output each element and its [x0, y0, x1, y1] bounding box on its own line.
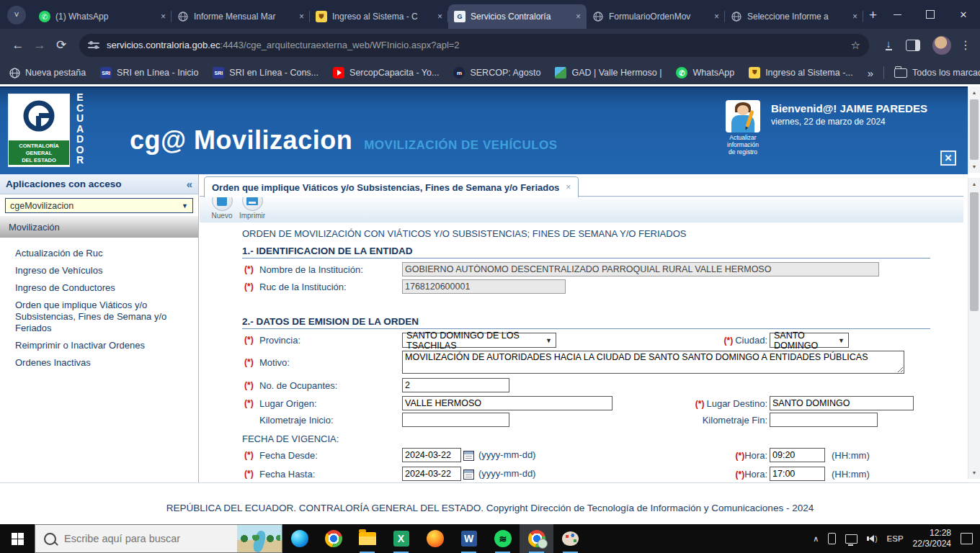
network-icon[interactable] [845, 534, 858, 544]
tab-close-icon[interactable]: × [437, 12, 442, 22]
all-bookmarks-button[interactable]: Todos los marcadores [894, 68, 980, 78]
volume-icon[interactable]: ) [867, 535, 877, 543]
close-window-button[interactable]: ✕ [947, 0, 980, 29]
row-fecha-desde: (*) Fecha Desde: (yyyy-mm-dd) (*)Hora: (… [200, 448, 953, 464]
sidebar-item-ordenes-inactivas[interactable]: Ordenes Inactivas [0, 354, 194, 372]
content-tab-close-icon[interactable]: × [566, 182, 571, 192]
tab-close-icon[interactable]: × [576, 12, 581, 22]
taskbar-file-explorer[interactable] [350, 524, 384, 553]
notification-center-icon[interactable] [961, 533, 973, 544]
scrollbar-thumb[interactable] [970, 192, 979, 311]
sidebar-item-reimprimir-inactivar[interactable]: Reimprimir o Inactivar Ordenes [0, 337, 194, 354]
taskbar-chrome[interactable] [316, 524, 350, 553]
bookmark-gad-valle-hermoso[interactable]: GAD | Valle Hermoso | [555, 67, 662, 78]
ecuador-vertical-text: EC UA DO R [72, 92, 88, 166]
bookmark-sri-consultas[interactable]: SRI SRI en Línea - Cons... [213, 67, 318, 78]
lugar-destino-field[interactable] [770, 396, 914, 410]
sidebar-item-orden-viaticos[interactable]: Orden que implique Viáticos y/o Subsiste… [0, 297, 194, 337]
taskbar-search[interactable] [35, 524, 282, 553]
bookmarks-overflow-button[interactable]: » [868, 67, 873, 79]
browser-tab-ingreso[interactable]: ⛊ Ingreso al Sistema - C × [310, 4, 448, 29]
bookmark-star-icon[interactable]: ☆ [851, 39, 860, 52]
scroll-down-icon[interactable]: ▼ [968, 467, 980, 479]
back-button[interactable]: ← [7, 35, 29, 56]
tab-close-icon[interactable]: × [161, 12, 166, 22]
sidebar-item-ingreso-vehiculos[interactable]: Ingreso de Vehículos [0, 262, 194, 279]
hora-hasta-field[interactable] [770, 467, 825, 481]
scrollbar-thumb[interactable] [970, 99, 979, 160]
browser-tab-formulario[interactable]: FormularioOrdenMov × [587, 4, 725, 29]
calendar-icon[interactable] [463, 451, 474, 461]
kilometraje-fin-field[interactable] [770, 413, 878, 427]
browser-tab-servicios-active[interactable]: G Servicios Contraloría × [448, 4, 587, 29]
tab-close-icon[interactable]: × [299, 12, 304, 22]
sidebar-item-actualizacion-ruc[interactable]: Actualización de Ruc [0, 245, 194, 262]
sidebar-group-movilizacion[interactable]: Movilización [0, 216, 198, 238]
motivo-textarea[interactable]: MOVILIZACIÓN DE AUTORIDADES HACIA LA CIU… [402, 351, 904, 374]
tray-expand-icon[interactable]: ∧ [813, 534, 819, 544]
scroll-down-icon[interactable]: ▼ [968, 161, 980, 173]
bookmark-sri-inicio[interactable]: SRI SRI en Línea - Inicio [100, 67, 198, 78]
address-bar[interactable]: servicios.contraloria.gob.ec :4443/cge_a… [79, 34, 869, 57]
taskbar-edge[interactable] [282, 524, 316, 553]
reload-button[interactable]: ⟳ [50, 35, 72, 56]
scroll-up-icon[interactable]: ▲ [968, 178, 980, 190]
search-daily-image[interactable] [237, 525, 282, 552]
browser-tab-informe[interactable]: Informe Mensual Mar × [172, 4, 310, 29]
hora-desde-field[interactable] [770, 448, 825, 462]
browser-menu-button[interactable]: ⋮ [958, 38, 973, 52]
fecha-desde-field[interactable] [402, 448, 461, 462]
collapse-sidebar-icon[interactable]: « [187, 178, 192, 190]
divider [883, 66, 884, 79]
bookmark-ingreso-sistema[interactable]: ⛊ Ingreso al Sistema -... [749, 67, 853, 78]
scroll-up-icon[interactable]: ▲ [968, 86, 980, 99]
calendar-icon[interactable] [463, 469, 474, 480]
profile-avatar[interactable] [932, 36, 951, 55]
side-panel-button[interactable] [901, 40, 925, 51]
taskbar-firefox[interactable] [418, 524, 452, 553]
browser-tab-whatsapp[interactable]: ✆ (1) WhatsApp × [33, 4, 172, 29]
site-info-icon[interactable] [88, 41, 99, 50]
language-indicator[interactable]: ESP [887, 534, 904, 543]
ciudad-select[interactable]: SANTO DOMINGO ▼ [770, 333, 849, 348]
browser-tab-seleccione[interactable]: Seleccione Informe a × [725, 4, 863, 29]
hora-hasta-label: (*)Hora: [603, 469, 767, 480]
bookmark-nueva-pestana[interactable]: Nueva pestaña [9, 67, 86, 78]
application-select[interactable]: cgeMovilizacion ▼ [5, 198, 193, 213]
sidebar-item-ingreso-conductores[interactable]: Ingreso de Conductores [0, 279, 194, 297]
search-input[interactable] [63, 532, 237, 545]
start-button[interactable] [0, 524, 35, 553]
downloads-button[interactable]: ↓ [876, 40, 901, 50]
maximize-button[interactable] [914, 0, 947, 29]
tab-close-icon[interactable]: × [852, 12, 858, 22]
forward-button[interactable]: → [29, 35, 50, 56]
taskbar-spotify[interactable]: ≋ [486, 524, 520, 553]
field-label: Lugar Origen: [259, 398, 317, 409]
tab-close-icon[interactable]: × [714, 12, 719, 22]
update-registration-avatar[interactable] [726, 100, 760, 132]
tab-search-button[interactable]: ˅ [7, 6, 26, 24]
minimize-button[interactable] [881, 0, 914, 29]
url-path: :4443/cge_arquitecturaexterna_web/WFInic… [220, 40, 845, 50]
taskbar-paint[interactable] [553, 524, 587, 553]
provincia-select[interactable]: SANTO DOMINGO DE LOS TSACHILAS ▼ [402, 333, 556, 348]
taskbar-chrome-active[interactable] [520, 524, 553, 553]
new-tab-button[interactable]: + [869, 7, 877, 23]
bookmark-sercopcapacita[interactable]: SercopCapacita - Yo... [333, 67, 439, 78]
page-scrollbar-top[interactable]: ▲ ▼ [968, 86, 980, 173]
bookmark-whatsapp[interactable]: ✆ WhatsApp [676, 67, 734, 78]
taskbar-word[interactable]: W [452, 524, 486, 553]
taskbar-excel[interactable]: X [384, 524, 418, 553]
logout-close-button[interactable]: ✕ [940, 150, 956, 166]
fecha-hasta-field[interactable] [402, 467, 461, 481]
ocupantes-field[interactable] [402, 378, 509, 392]
avatar-face [737, 105, 749, 115]
lugar-origen-field[interactable] [402, 396, 612, 410]
your-phone-icon[interactable] [828, 533, 836, 544]
bookmark-sercop[interactable]: m SERCOP: Agosto [453, 67, 540, 78]
taskbar-clock[interactable]: 12:28 22/3/2024 [913, 528, 951, 549]
content-tab[interactable]: Orden que implique Viáticos y/o Subsiste… [204, 176, 579, 197]
kilometraje-inicio-field[interactable] [402, 413, 509, 427]
content-scrollbar[interactable]: ▲ ▼ [968, 178, 980, 479]
field-label: Fecha Hasta: [259, 469, 315, 480]
